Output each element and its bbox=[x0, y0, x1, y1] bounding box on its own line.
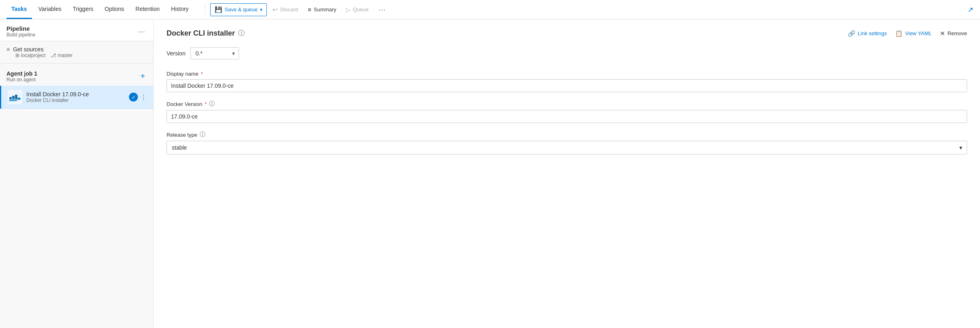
chevron-down-icon: ▾ bbox=[260, 7, 262, 13]
drag-handle-icon[interactable]: ⋮ bbox=[140, 93, 147, 101]
summary-button[interactable]: ≡ Summary bbox=[304, 4, 340, 15]
svg-rect-2 bbox=[12, 96, 15, 99]
pipeline-subtitle: Build pipeline bbox=[6, 32, 35, 38]
version-select-wrapper: 0.* 1.* ▾ bbox=[190, 47, 239, 59]
display-name-input[interactable] bbox=[167, 79, 967, 92]
version-select[interactable]: 0.* 1.* bbox=[190, 47, 239, 59]
release-type-row: Release type ⓘ stable edge test nightly … bbox=[167, 131, 967, 154]
toolbar: 💾 Save & queue ▾ ↩ Discard ≡ Summary ▷ Q… bbox=[210, 3, 967, 17]
svg-point-5 bbox=[17, 97, 21, 100]
remove-label: Remove bbox=[948, 30, 967, 36]
right-panel: Docker CLI installer ⓘ 🔗 Link settings 📋… bbox=[154, 19, 980, 328]
top-nav: Tasks Variables Triggers Options Retenti… bbox=[0, 0, 980, 19]
queue-label: Queue bbox=[353, 6, 369, 13]
release-type-select-wrapper: stable edge test nightly ▾ bbox=[167, 141, 967, 154]
agent-job-subtitle: Run on agent bbox=[6, 77, 37, 83]
nav-tabs: Tasks Variables Triggers Options Retenti… bbox=[6, 0, 194, 19]
version-row: Version 0.* 1.* ▾ bbox=[167, 47, 967, 59]
tab-options[interactable]: Options bbox=[100, 0, 129, 19]
docker-task-icon bbox=[8, 90, 22, 104]
add-task-button[interactable]: + bbox=[139, 70, 147, 83]
link-icon: 🔗 bbox=[848, 30, 855, 37]
repo-icon: ⊞ bbox=[15, 53, 19, 58]
more-button[interactable]: ⋯ bbox=[374, 3, 390, 17]
agent-job-info: Agent job 1 Run on agent bbox=[6, 70, 37, 83]
pipeline-more-button[interactable]: ⋯ bbox=[136, 25, 147, 38]
docker-version-label: Docker Version * ⓘ bbox=[167, 100, 967, 108]
lines-icon: ≡ bbox=[6, 46, 10, 53]
task-item-actions: ✓ ⋮ bbox=[129, 93, 147, 102]
get-sources-label: Get sources bbox=[13, 46, 43, 53]
queue-play-icon: ▷ bbox=[346, 6, 351, 13]
expand-icon: ↗ bbox=[967, 6, 974, 14]
right-panel-header: Docker CLI installer ⓘ 🔗 Link settings 📋… bbox=[167, 29, 967, 38]
release-type-label: Release type ⓘ bbox=[167, 131, 967, 138]
save-queue-label: Save & queue bbox=[225, 6, 258, 13]
summary-label: Summary bbox=[314, 6, 336, 13]
plus-icon: + bbox=[140, 72, 145, 80]
tab-history[interactable]: History bbox=[166, 0, 194, 19]
get-sources-meta: ⊞ localproject ⎇ master bbox=[15, 53, 147, 58]
task-item-name: Install Docker 17.09.0-ce bbox=[26, 91, 129, 97]
display-name-label: Display name * bbox=[167, 71, 967, 77]
header-actions: 🔗 Link settings 📋 View YAML ✕ Remove bbox=[848, 30, 967, 37]
task-item[interactable]: Install Docker 17.09.0-ce Docker CLI ins… bbox=[0, 86, 153, 109]
pipeline-ellipsis-icon: ⋯ bbox=[138, 28, 145, 36]
discard-button[interactable]: ↩ Discard bbox=[268, 4, 302, 16]
docker-version-info-icon[interactable]: ⓘ bbox=[209, 100, 215, 108]
version-label: Version bbox=[167, 50, 186, 57]
link-settings-label: Link settings bbox=[858, 30, 887, 36]
agent-job-title: Agent job 1 bbox=[6, 70, 37, 77]
branch-meta: ⎇ master bbox=[51, 53, 73, 58]
release-type-select[interactable]: stable edge test nightly bbox=[167, 141, 967, 154]
pipeline-info: Pipeline Build pipeline bbox=[6, 25, 35, 38]
svg-rect-1 bbox=[9, 97, 12, 99]
pipeline-title: Pipeline bbox=[6, 25, 35, 32]
queue-button[interactable]: ▷ Queue bbox=[342, 4, 373, 15]
save-icon: 💾 bbox=[215, 6, 222, 13]
task-check-icon: ✓ bbox=[129, 93, 138, 102]
tab-variables[interactable]: Variables bbox=[34, 0, 66, 19]
right-panel-title: Docker CLI installer bbox=[167, 29, 235, 38]
branch-name: master bbox=[58, 53, 73, 58]
remove-button[interactable]: ✕ Remove bbox=[940, 30, 967, 37]
nav-divider bbox=[205, 4, 205, 15]
left-panel: Pipeline Build pipeline ⋯ ≡ Get sources … bbox=[0, 19, 154, 328]
get-sources[interactable]: ≡ Get sources ⊞ localproject ⎇ master bbox=[0, 41, 153, 63]
task-item-description: Docker CLI installer bbox=[26, 97, 129, 103]
docker-version-row: Docker Version * ⓘ bbox=[167, 100, 967, 123]
svg-rect-3 bbox=[15, 95, 17, 99]
yaml-icon: 📋 bbox=[895, 30, 903, 37]
view-yaml-label: View YAML bbox=[905, 30, 932, 36]
undo-icon: ↩ bbox=[272, 6, 278, 13]
docker-version-required: * bbox=[205, 101, 207, 107]
ellipsis-icon: ⋯ bbox=[378, 5, 386, 14]
expand-button[interactable]: ↗ bbox=[967, 5, 974, 14]
main-layout: Pipeline Build pipeline ⋯ ≡ Get sources … bbox=[0, 19, 980, 328]
tab-tasks[interactable]: Tasks bbox=[6, 0, 32, 19]
link-settings-button[interactable]: 🔗 Link settings bbox=[848, 30, 887, 37]
task-item-info: Install Docker 17.09.0-ce Docker CLI ins… bbox=[26, 91, 129, 103]
agent-job-header: Agent job 1 Run on agent + bbox=[0, 63, 153, 86]
tab-retention[interactable]: Retention bbox=[131, 0, 165, 19]
pipeline-header: Pipeline Build pipeline ⋯ bbox=[0, 19, 153, 41]
save-queue-button[interactable]: 💾 Save & queue ▾ bbox=[210, 3, 267, 16]
summary-icon: ≡ bbox=[308, 6, 311, 13]
svg-rect-4 bbox=[9, 99, 17, 101]
display-name-row: Display name * bbox=[167, 71, 967, 92]
branch-icon: ⎇ bbox=[51, 53, 56, 58]
repo-meta: ⊞ localproject bbox=[15, 53, 46, 58]
title-info-icon[interactable]: ⓘ bbox=[238, 29, 245, 38]
remove-x-icon: ✕ bbox=[940, 30, 945, 37]
discard-label: Discard bbox=[280, 6, 298, 13]
docker-version-input[interactable] bbox=[167, 110, 967, 123]
view-yaml-button[interactable]: 📋 View YAML bbox=[895, 30, 932, 37]
repo-name: localproject bbox=[21, 53, 46, 58]
release-type-info-icon[interactable]: ⓘ bbox=[200, 131, 205, 138]
display-name-required: * bbox=[201, 71, 203, 77]
tab-triggers[interactable]: Triggers bbox=[68, 0, 98, 19]
title-row: Docker CLI installer ⓘ bbox=[167, 29, 245, 38]
